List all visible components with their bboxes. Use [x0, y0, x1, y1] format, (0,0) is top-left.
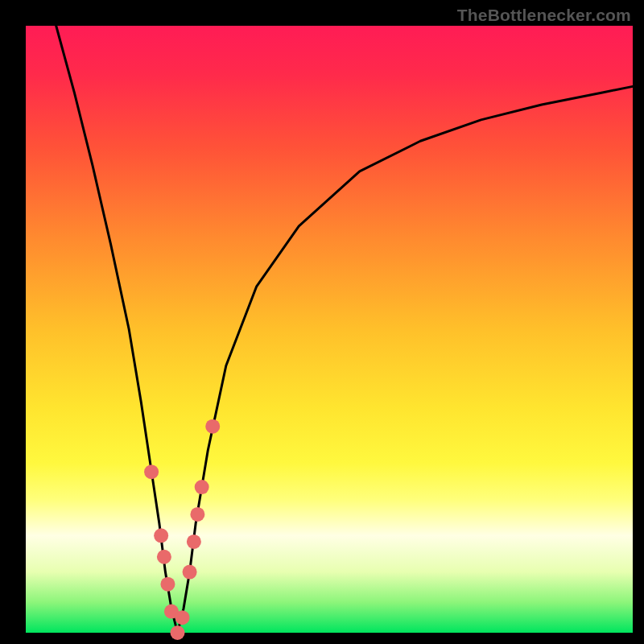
outer-frame: TheBottlenecker.com [0, 0, 644, 644]
marker-dot [205, 419, 220, 434]
bottleneck-curve [56, 26, 633, 633]
marker-dot [154, 528, 168, 543]
watermark-text: TheBottlenecker.com [457, 6, 631, 25]
marker-dot [183, 565, 197, 580]
marker-dot [171, 625, 185, 640]
marker-dot [195, 480, 209, 494]
plot-area [26, 26, 633, 633]
marker-dot [187, 535, 201, 549]
marker-dot [190, 507, 204, 522]
curve-layer [26, 26, 633, 633]
marker-dot [144, 464, 159, 479]
marker-dot [157, 550, 171, 564]
marker-dot [175, 610, 190, 625]
marker-dot [160, 577, 175, 592]
